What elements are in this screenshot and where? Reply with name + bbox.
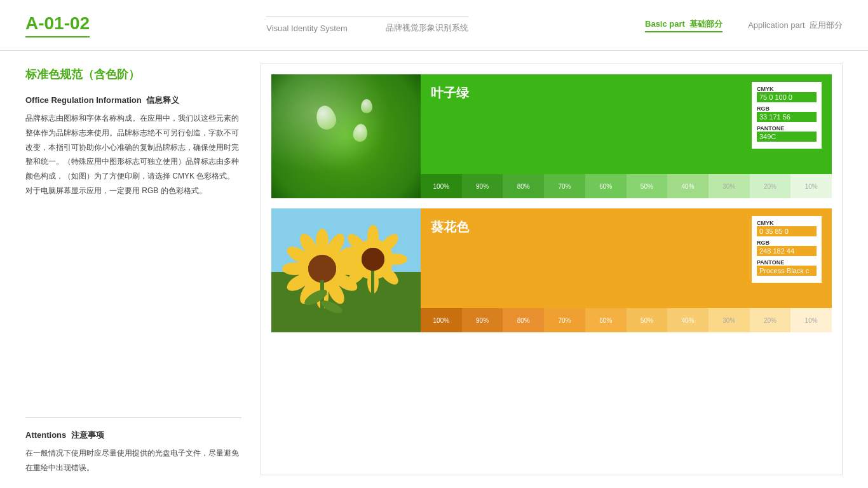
svg-point-21 xyxy=(384,254,407,265)
section-content: 品牌标志由图标和字体名称构成。在应用中，我们以这些元素的整体作为品牌标志来使用。… xyxy=(25,111,241,406)
svg-point-27 xyxy=(362,248,384,271)
sunflower-80: 80% xyxy=(503,308,544,332)
sunflower-color-block: 葵花色 CMYK 0 35 85 0 RGB 248 182 44 PANTON… xyxy=(271,208,832,332)
header-divider xyxy=(266,17,468,17)
sunflower-rgb-value: 248 182 44 xyxy=(757,246,817,256)
sunflower-rgb-row: RGB 248 182 44 xyxy=(757,240,817,256)
attention-title: Attentions 注意事项 xyxy=(25,430,241,441)
sunflower-pantone-label: PANTONE xyxy=(757,259,817,266)
sunflower-cmyk-value: 0 35 85 0 xyxy=(757,226,817,236)
nav-basic-part[interactable]: Basic part 基础部分 xyxy=(645,18,722,32)
green-header: 叶子绿 CMYK 75 0 100 0 RGB 33 171 56 PANTON… xyxy=(421,74,832,174)
sunflower-20: 20% xyxy=(750,308,791,332)
sunflower-10: 10% xyxy=(790,308,832,332)
green-specs: CMYK 75 0 100 0 RGB 33 171 56 PANTONE 34… xyxy=(752,82,822,149)
header-right: Basic part 基础部分 Application part 应用部分 xyxy=(645,18,843,32)
green-10: 10% xyxy=(790,174,832,198)
sunflower-100: 100% xyxy=(421,308,462,332)
green-rgb-value: 33 171 56 xyxy=(757,112,817,122)
right-panel: 叶子绿 CMYK 75 0 100 0 RGB 33 171 56 PANTON… xyxy=(261,64,843,475)
sunflower-specs: CMYK 0 35 85 0 RGB 248 182 44 PANTONE Pr… xyxy=(752,216,822,283)
sunflower-image xyxy=(271,208,421,332)
sunflower-40: 40% xyxy=(667,308,709,332)
green-20: 20% xyxy=(750,174,791,198)
sunflower-30: 30% xyxy=(709,308,750,332)
green-50: 50% xyxy=(627,174,668,198)
green-60: 60% xyxy=(585,174,627,198)
green-cmyk-value: 75 0 100 0 xyxy=(757,92,817,102)
main-container: 标准色规范（含色阶） Office Regulation Information… xyxy=(0,51,868,488)
svg-point-19 xyxy=(367,225,379,248)
green-pantone-row: PANTONE 349C xyxy=(757,125,817,142)
page-code: A-01-02 xyxy=(25,13,90,37)
header: A-01-02 Visual Identity System 品牌视觉形象识别系… xyxy=(0,0,868,51)
leaf-image xyxy=(271,74,421,198)
nav-item-en: Visual Identity System xyxy=(266,24,348,33)
header-center: Visual Identity System 品牌视觉形象识别系统 xyxy=(266,17,468,34)
green-info-area: 叶子绿 CMYK 75 0 100 0 RGB 33 171 56 PANTON… xyxy=(421,74,832,198)
green-cmyk-row: CMYK 75 0 100 0 xyxy=(757,86,817,102)
svg-rect-29 xyxy=(371,271,374,332)
nav-application-part[interactable]: Application part 应用部分 xyxy=(748,20,843,31)
section-title: Office Regulation Information 信息释义 xyxy=(25,95,241,106)
attention-content: 在一般情况下使用时应尽量使用提供的光盘电子文件，尽量避免在重绘中出现错误。 xyxy=(25,446,241,475)
sunflower-60: 60% xyxy=(585,308,627,332)
sunflower-rgb-label: RGB xyxy=(757,240,817,246)
green-40: 40% xyxy=(667,174,709,198)
header-nav: Visual Identity System 品牌视觉形象识别系统 xyxy=(266,22,468,34)
sunflower-svg xyxy=(271,208,421,332)
green-80: 80% xyxy=(503,174,544,198)
green-color-name: 叶子绿 xyxy=(431,82,469,102)
sunflower-70: 70% xyxy=(544,308,585,332)
header-left: A-01-02 xyxy=(25,13,90,37)
green-cmyk-label: CMYK xyxy=(757,86,817,92)
page-title: 标准色规范（含色阶） xyxy=(25,67,241,82)
green-100: 100% xyxy=(421,174,462,198)
green-rgb-row: RGB 33 171 56 xyxy=(757,105,817,122)
svg-point-16 xyxy=(308,255,336,283)
sunflower-cmyk-row: CMYK 0 35 85 0 xyxy=(757,220,817,236)
svg-point-4 xyxy=(316,229,329,254)
svg-point-13 xyxy=(282,262,308,275)
sunflower-pantone-value: Process Black c xyxy=(757,266,817,276)
sunflower-90: 90% xyxy=(462,308,503,332)
water-drop-2 xyxy=(352,123,369,142)
sunflower-photo xyxy=(271,208,421,332)
nav-item-cn: 品牌视觉形象识别系统 xyxy=(386,22,468,34)
green-pantone-value: 349C xyxy=(757,132,817,142)
left-panel: 标准色规范（含色阶） Office Regulation Information… xyxy=(25,64,241,475)
sunflower-info-area: 葵花色 CMYK 0 35 85 0 RGB 248 182 44 PANTON… xyxy=(421,208,832,332)
green-pantone-label: PANTONE xyxy=(757,125,817,132)
sunflower-header: 葵花色 CMYK 0 35 85 0 RGB 248 182 44 PANTON… xyxy=(421,208,832,308)
sunflower-pantone-row: PANTONE Process Black c xyxy=(757,259,817,276)
svg-point-25 xyxy=(339,254,362,265)
green-70: 70% xyxy=(544,174,585,198)
green-gradient-bar: 100% 90% 80% 70% 60% 50% 40% 30% 20% 10% xyxy=(421,174,832,198)
sunflower-cmyk-label: CMYK xyxy=(757,220,817,226)
green-30: 30% xyxy=(709,174,750,198)
green-image xyxy=(271,74,421,198)
left-panel-divider xyxy=(25,417,241,418)
water-drop-3 xyxy=(361,99,372,113)
sunflower-color-name: 葵花色 xyxy=(431,216,469,236)
green-color-block: 叶子绿 CMYK 75 0 100 0 RGB 33 171 56 PANTON… xyxy=(271,74,832,198)
water-drop-1 xyxy=(313,104,338,132)
sunflower-50: 50% xyxy=(627,308,668,332)
green-rgb-label: RGB xyxy=(757,105,817,112)
green-90: 90% xyxy=(462,174,503,198)
sunflower-gradient-bar: 100% 90% 80% 70% 60% 50% 40% 30% 20% 10% xyxy=(421,308,832,332)
